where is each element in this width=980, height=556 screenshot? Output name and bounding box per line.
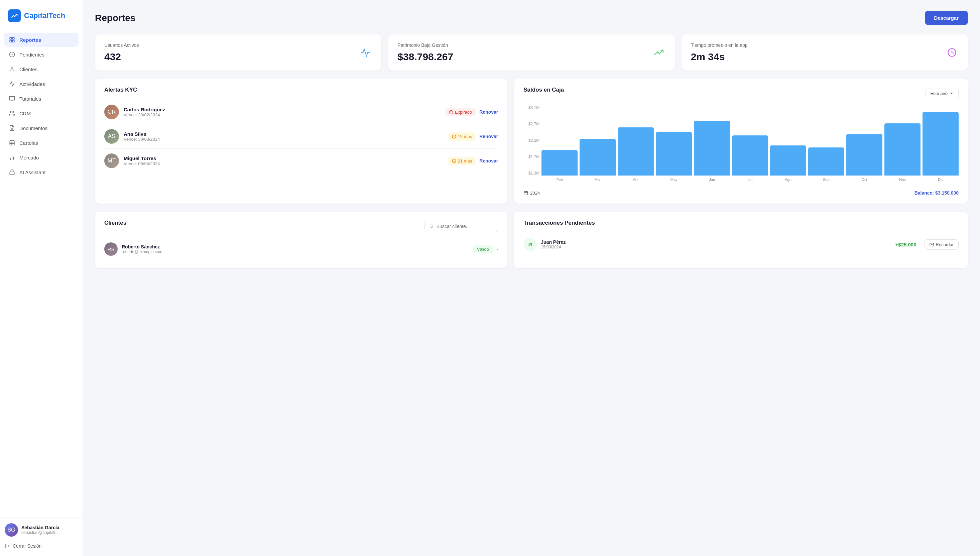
page-title: Reportes [95, 13, 136, 23]
kyc-renew-link[interactable]: Renovar [479, 134, 498, 139]
kyc-card: Alertas KYC CR Carlos Rodríguez Vence: 2… [95, 79, 507, 204]
chart-x-month-label: Nov [885, 178, 920, 186]
reportes-icon [9, 36, 15, 43]
svg-line-29 [433, 227, 433, 228]
clients-card: Clientes RS Roberto Sánchez roberto@exam… [95, 212, 507, 268]
svg-rect-3 [13, 40, 15, 42]
kyc-renew-link[interactable]: Renovar [479, 158, 498, 163]
sidebar-item-label: Pendientes [19, 52, 44, 58]
period-dropdown[interactable]: Este año [925, 89, 959, 98]
tx-amount: +$25.000 [895, 242, 917, 247]
sidebar-item-clientes[interactable]: Clientes [4, 62, 79, 76]
logout-button[interactable]: Cerrar Sesión [5, 541, 78, 551]
kyc-date: Vence: 05/04/2024 [124, 161, 443, 166]
chart-year: 2024 [530, 191, 540, 196]
sidebar-item-label: Tutoriales [19, 96, 41, 102]
chart-bar [656, 132, 692, 176]
stats-row: Usuarios Activos 432 Patrimonio Bajo Ges… [95, 34, 968, 71]
kyc-status-badge: Expirado [445, 108, 476, 116]
sidebar: CapitalTech Reportes Pendientes [0, 0, 83, 556]
chart-x-month-label: Dic [922, 178, 959, 186]
chart-title: Saldos en Caja [523, 87, 564, 93]
kyc-status-badge: 15 días [448, 133, 476, 141]
chart-x-month-label: Mar [580, 178, 616, 186]
clientes-icon [9, 66, 15, 73]
sidebar-item-reportes[interactable]: Reportes [4, 33, 79, 47]
chart-bar [922, 112, 959, 176]
sidebar-item-crm[interactable]: CRM [4, 106, 79, 120]
download-button[interactable]: Descargar [925, 11, 968, 25]
brand-name: CapitalTech [24, 11, 65, 20]
kyc-item: AS Ana Silva Vence: 30/03/2024 15 días R… [104, 124, 498, 149]
sidebar-item-label: Reportes [19, 37, 41, 43]
sidebar-item-cartolas[interactable]: Cartolas [4, 136, 79, 150]
chart-x-labels: FebMarAbrMayJunJulAgoSepOctNovDic [541, 178, 959, 186]
chart-x-month-label: Abr [618, 178, 654, 186]
search-icon [429, 224, 434, 229]
chart-bar-col [541, 150, 578, 176]
sidebar-footer: SG Sebastián García sebastian@capitalt..… [0, 517, 82, 556]
chart-x-month-label: May [656, 178, 692, 186]
chart-bar-col [732, 136, 768, 176]
sidebar-item-documentos[interactable]: Documentos [4, 121, 79, 135]
svg-rect-0 [10, 37, 11, 39]
kyc-status-badge: 21 días [448, 157, 476, 165]
client-status-badge: Válido [472, 246, 494, 253]
user-email: sebastian@capitalt... [21, 530, 60, 535]
svg-rect-2 [10, 40, 11, 42]
page-header: Reportes Descargar [95, 11, 968, 25]
sidebar-item-label: Cartolas [19, 140, 38, 146]
stat-card-usuarios: Usuarios Activos 432 [95, 34, 381, 71]
chart-card: Saldos en Caja Este año $3.1M $2.7M $2.2… [514, 79, 968, 204]
chart-bar-col [656, 132, 692, 176]
chart-bar-col [694, 121, 730, 176]
sidebar-item-mercado[interactable]: Mercado [4, 150, 79, 165]
stat-icon-tiempo [945, 46, 959, 59]
stat-value: 432 [104, 51, 139, 63]
kyc-title: Alertas KYC [104, 87, 498, 93]
sidebar-item-label: CRM [19, 111, 31, 116]
sidebar-item-ai[interactable]: AI Assistant [4, 165, 79, 179]
cartolas-icon [9, 139, 15, 146]
search-box[interactable] [425, 221, 498, 232]
user-name: Sebastián García [21, 525, 60, 530]
chart-x-month-label: Ago [770, 178, 806, 186]
kyc-renew-link[interactable]: Renovar [479, 109, 498, 115]
stat-value: $38.798.267 [397, 51, 453, 63]
kyc-avatar: CR [104, 105, 119, 120]
kyc-avatar: MT [104, 154, 119, 168]
actividades-icon [9, 81, 15, 87]
sidebar-item-tutoriales[interactable]: Tutoriales [4, 92, 79, 106]
chart-x-month-label: Feb [541, 178, 578, 186]
client-avatar: RS [104, 242, 118, 256]
user-info: SG Sebastián García sebastian@capitalt..… [5, 523, 78, 537]
chevron-right-icon: › [496, 246, 498, 252]
stat-card-tiempo: Tiempo promedio en la app 2m 34s [681, 34, 968, 71]
documentos-icon [9, 125, 15, 131]
chart-bar [885, 123, 920, 176]
tutoriales-icon [9, 95, 15, 102]
main-nav: Reportes Pendientes Clientes [0, 30, 82, 517]
pendientes-icon [9, 51, 15, 58]
search-input[interactable] [436, 224, 493, 229]
client-item: RS Roberto Sánchez roberto@example.com V… [104, 238, 498, 260]
chart-bar-col [808, 147, 844, 176]
kyc-name: Miguel Torres [124, 155, 443, 161]
tx-date: 15/03/2024 [541, 245, 565, 249]
svg-rect-16 [10, 172, 15, 175]
chart-area: $3.1M $2.7M $2.2M $1.7M $1.3M FebMarAbrM… [523, 105, 959, 186]
chart-bar [541, 150, 578, 176]
chart-bar-col [885, 123, 920, 176]
recordar-button[interactable]: Recordar [925, 239, 959, 250]
main-content: Reportes Descargar Usuarios Activos 432 … [83, 0, 980, 556]
sidebar-item-label: Actividades [19, 81, 45, 87]
sidebar-item-label: Mercado [19, 155, 39, 160]
transactions-title: Transacciones Pendientes [523, 220, 959, 226]
sidebar-item-actividades[interactable]: Actividades [4, 77, 79, 91]
ai-icon [9, 169, 15, 176]
sidebar-item-pendientes[interactable]: Pendientes [4, 47, 79, 61]
sidebar-item-label: Documentos [19, 125, 47, 131]
logo-area: CapitalTech [0, 0, 82, 30]
stat-label: Usuarios Activos [104, 42, 139, 48]
client-name: Roberto Sánchez [122, 244, 162, 249]
